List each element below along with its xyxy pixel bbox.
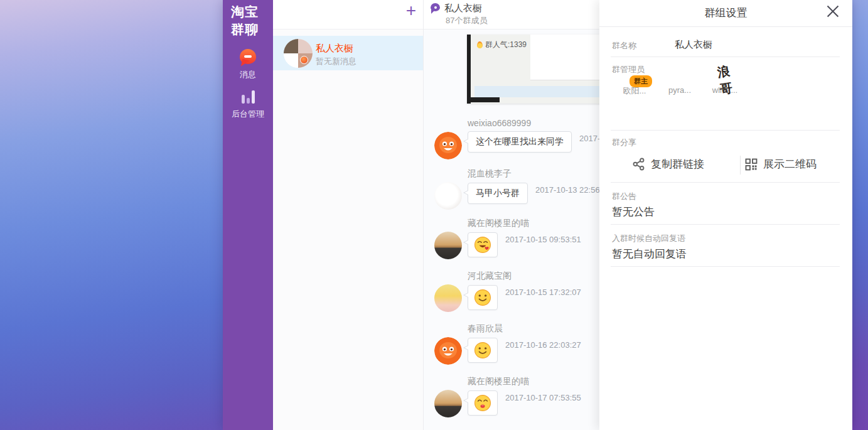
avatar[interactable]: [434, 390, 462, 417]
chat-list-panel: + 私人衣橱 暂无新消息: [273, 0, 424, 430]
add-group-button[interactable]: +: [406, 1, 416, 20]
vertical-divider: [740, 156, 741, 175]
avatar[interactable]: [434, 132, 462, 159]
emoji-message-bubble: [468, 285, 498, 310]
message-timestamp: 2017-10-13 22:56:5: [535, 183, 606, 195]
sidebar: 淘宝 群聊 消息 后台管理: [223, 0, 273, 430]
sidebar-item-admin[interactable]: 后台管理: [223, 90, 273, 120]
message-bubble: 这个在哪里找出来同学: [468, 131, 572, 153]
share-label: 群分享: [612, 137, 636, 148]
sidebar-item-label: 消息: [223, 69, 273, 80]
avatar[interactable]: [434, 182, 462, 210]
smile-emoji-icon: [474, 289, 491, 306]
admins-label: 群管理员: [612, 64, 645, 75]
app-logo: 淘宝 群聊: [231, 3, 259, 38]
share-icon: [632, 158, 645, 171]
avatar[interactable]: [434, 284, 462, 312]
image-message-thumbnail[interactable]: 群人气:1339: [467, 35, 601, 104]
smile-emoji-icon: [474, 341, 491, 359]
panel-title: 群组设置: [599, 6, 852, 20]
sidebar-item-messages[interactable]: 消息: [223, 49, 273, 80]
owner-badge: 群主: [630, 75, 652, 87]
sidebar-item-label: 后台管理: [223, 109, 273, 120]
group-bubble-icon: [431, 3, 440, 14]
qr-code-icon: [745, 158, 758, 171]
chat-title: 私人衣橱: [444, 3, 482, 14]
chat-list-header: +: [273, 0, 423, 30]
emoji-message-bubble: [468, 390, 498, 416]
logo-line1: 淘宝: [231, 3, 259, 21]
autoreply-value[interactable]: 暂无自动回复语: [612, 247, 687, 261]
kiss-rose-emoji-icon: [474, 236, 491, 254]
group-name-value[interactable]: 私人衣橱: [675, 39, 712, 51]
app-window: 淘宝 群聊 消息 后台管理 + 私人衣橱 暂无新消息 私人衣橱 87个群成员: [223, 0, 852, 430]
close-icon[interactable]: [826, 4, 840, 18]
logo-line2: 群聊: [231, 21, 259, 38]
avatar[interactable]: [434, 337, 462, 365]
chat-list-item-selected[interactable]: 私人衣橱 暂无新消息: [273, 36, 423, 70]
admin-name: pyra...: [665, 85, 694, 95]
emoji-message-bubble: [468, 232, 498, 257]
chat-item-preview: 暂无新消息: [316, 56, 356, 67]
show-qr-code-button[interactable]: 展示二维码: [745, 157, 817, 171]
kissy-emoji-icon: [474, 394, 491, 412]
autoreply-label: 入群时候自动回复语: [612, 233, 685, 244]
emoji-message-bubble: [468, 338, 498, 363]
admin-item[interactable]: 浪哥 wll62...: [710, 80, 739, 95]
admin-item[interactable]: pyra...: [665, 80, 694, 95]
chat-member-count: 87个群成员: [446, 15, 487, 26]
message-timestamp: 2017-10-15 09:53:51: [505, 232, 581, 244]
avatar[interactable]: [434, 232, 462, 259]
announcement-value[interactable]: 暂无公告: [612, 205, 655, 219]
chat-item-name: 私人衣橱: [316, 43, 353, 55]
message-timestamp: 2017-10-16 22:03:27: [505, 338, 581, 350]
message-bubble-icon: [240, 49, 256, 64]
group-avatar: [284, 39, 313, 68]
image-caption: 群人气:1339: [477, 40, 527, 50]
message-bubble: 马甲小号群: [468, 183, 528, 204]
message-timestamp: 2017-10-15 17:32:07: [505, 285, 581, 297]
message-timestamp: 2017-10-17 07:53:55: [505, 390, 581, 402]
flame-icon: [477, 41, 483, 48]
group-settings-panel: 群组设置 群名称 私人衣橱 群管理员 群主 欧阳... pyra... 浪哥 w…: [599, 0, 852, 430]
announcement-label: 群公告: [612, 191, 636, 202]
copy-group-link-button[interactable]: 复制群链接: [632, 157, 704, 171]
bar-chart-icon: [242, 90, 255, 104]
group-name-label: 群名称: [612, 40, 636, 51]
